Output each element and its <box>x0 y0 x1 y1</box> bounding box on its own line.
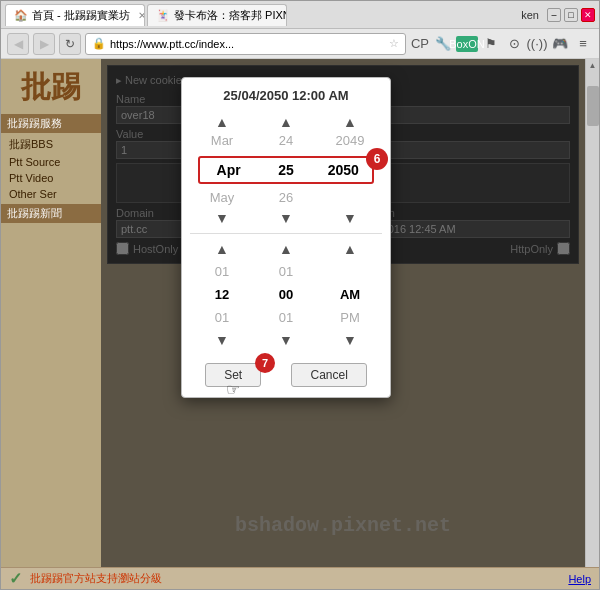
month-next-col: May <box>190 188 254 207</box>
ampm-selected-value: AM <box>340 285 360 304</box>
help-link[interactable]: Help <box>568 573 591 585</box>
address-text: https://www.ptt.cc/index... <box>110 38 234 50</box>
scroll-thumb[interactable] <box>587 86 599 126</box>
lock-icon: 🔒 <box>92 37 106 50</box>
refresh-button[interactable]: ↻ <box>59 33 81 55</box>
sidebar-section-services: 批踢踢服務 <box>1 114 101 133</box>
hour-selected-value: 12 <box>215 285 229 304</box>
sidebar-logo: 批踢 <box>1 63 101 112</box>
step-6-badge: 6 <box>366 148 388 170</box>
date-picker-dialog: 25/04/2050 12:00 AM ▲ Mar ▲ 24 ▲ 2049 <box>181 77 391 398</box>
date-columns: ▲ Mar ▲ 24 ▲ 2049 <box>190 113 382 150</box>
date-down-arrows: ▼ ▼ ▼ <box>190 209 382 227</box>
menu-icon[interactable]: ≡ <box>573 34 593 54</box>
year-next-value <box>318 188 382 192</box>
tab-pixnet[interactable]: 🃏 發卡布洛：痞客邦 PIXNE... ✕ <box>147 4 287 26</box>
day-prev-value: 24 <box>254 131 318 150</box>
ampm-next-value: PM <box>340 308 360 327</box>
time-prev-row: 01 01 <box>190 262 382 281</box>
main-area: 批踢 批踢踢服務 批踢BBS Ptt Source Ptt Video Othe… <box>1 59 599 567</box>
month-up-button[interactable]: ▲ <box>215 113 229 131</box>
set-button-wrapper: Set 7 ☞ <box>205 363 261 387</box>
year-next-col <box>318 188 382 207</box>
month-selected-value: Apr <box>200 158 257 182</box>
nav-icons: CP 🔧 BoxON ⚑ ⊙ ((·)) 🎮 ≡ <box>410 34 593 54</box>
address-bar[interactable]: 🔒 https://www.ptt.cc/index... ☆ <box>85 33 406 55</box>
tab-ptt-favicon: 🏠 <box>14 9 28 22</box>
day-selected-value: 25 <box>257 158 314 182</box>
tab-ptt[interactable]: 🏠 首頁 - 批踢踢實業坊 ✕ <box>5 4 145 26</box>
date-next-row: May 26 <box>190 188 382 207</box>
wifi-icon[interactable]: ((·)) <box>527 34 547 54</box>
month-down-button[interactable]: ▼ <box>215 209 229 227</box>
hour-up-button[interactable]: ▲ <box>215 240 229 258</box>
min-up-col: ▲ <box>254 240 318 258</box>
scroll-up-arrow[interactable]: ▲ <box>587 59 599 72</box>
hour-down-button[interactable]: ▼ <box>215 331 229 349</box>
box-icon[interactable]: BoxON <box>456 36 478 52</box>
content-area: ▸ New cookie Name Value Domain Exp <box>101 59 585 567</box>
min-selected-value: 00 <box>279 285 293 304</box>
date-selected-box: Apr 25 2050 <box>198 156 374 184</box>
day-next-col: 26 <box>254 188 318 207</box>
min-up-button[interactable]: ▲ <box>279 240 293 258</box>
nav-bar: ◀ ▶ ↻ 🔒 https://www.ptt.cc/index... ☆ CP… <box>1 29 599 59</box>
maximize-button[interactable]: □ <box>564 8 578 22</box>
star-icon[interactable]: ☆ <box>389 37 399 50</box>
close-button[interactable]: ✕ <box>581 8 595 22</box>
flag-icon[interactable]: ⚑ <box>481 34 501 54</box>
window-controls: – □ ✕ <box>547 8 595 22</box>
time-up-arrows: ▲ ▲ ▲ <box>190 240 382 258</box>
month-next-value: May <box>190 188 254 207</box>
minimize-button[interactable]: – <box>547 8 561 22</box>
day-next-value: 26 <box>254 188 318 207</box>
status-bar: ✓ 批踢踢官方站支持瀏站分級 Help <box>1 567 599 589</box>
sidebar-item-video[interactable]: Ptt Video <box>1 170 101 186</box>
sidebar-item-other[interactable]: Other Ser <box>1 186 101 202</box>
target-icon[interactable]: ⊙ <box>504 34 524 54</box>
year-up-button[interactable]: ▲ <box>343 113 357 131</box>
back-button[interactable]: ◀ <box>7 33 29 55</box>
ampm-up-col: ▲ <box>318 240 382 258</box>
sidebar-item-source[interactable]: Ptt Source <box>1 154 101 170</box>
ampm-up-button[interactable]: ▲ <box>343 240 357 258</box>
sidebar: 批踢 批踢踢服務 批踢BBS Ptt Source Ptt Video Othe… <box>1 59 101 567</box>
ampm-down-button[interactable]: ▼ <box>343 331 357 349</box>
month-down-col: ▼ <box>190 209 254 227</box>
year-down-button[interactable]: ▼ <box>343 209 357 227</box>
hour-up-col: ▲ <box>190 240 254 258</box>
scrollbar[interactable]: ▲ <box>585 59 599 567</box>
status-check-icon: ✓ <box>9 569 22 588</box>
year-selected-value: 2050 <box>315 158 372 182</box>
time-next-row: 01 01 PM <box>190 308 382 327</box>
min-prev-value: 01 <box>279 262 293 281</box>
year-prev-value: 2049 <box>318 131 382 150</box>
min-down-button[interactable]: ▼ <box>279 331 293 349</box>
day-down-col: ▼ <box>254 209 318 227</box>
year-column: ▲ 2049 <box>318 113 382 150</box>
forward-button[interactable]: ▶ <box>33 33 55 55</box>
time-selected-row: 12 00 AM <box>190 285 382 304</box>
tab-ptt-close[interactable]: ✕ <box>138 10 145 21</box>
title-bar: 🏠 首頁 - 批踢踢實業坊 ✕ 🃏 發卡布洛：痞客邦 PIXNE... ✕ ke… <box>1 1 599 29</box>
day-down-button[interactable]: ▼ <box>279 209 293 227</box>
min-next-value: 01 <box>279 308 293 327</box>
dialog-buttons: Set 7 ☞ Cancel <box>190 359 382 387</box>
browser-window: 🏠 首頁 - 批踢踢實業坊 ✕ 🃏 發卡布洛：痞客邦 PIXNE... ✕ ke… <box>0 0 600 590</box>
tab-pixnet-favicon: 🃏 <box>156 9 170 22</box>
year-down-col: ▼ <box>318 209 382 227</box>
hour-prev-value: 01 <box>215 262 229 281</box>
set-button[interactable]: Set <box>205 363 261 387</box>
extensions-icon[interactable]: CP <box>410 34 430 54</box>
date-picker-header: 25/04/2050 12:00 AM <box>190 88 382 103</box>
sidebar-item-bbs[interactable]: 批踢BBS <box>1 135 101 154</box>
cancel-button[interactable]: Cancel <box>291 363 366 387</box>
user-label: ken <box>521 9 539 21</box>
hour-next-value: 01 <box>215 308 229 327</box>
tab-pixnet-label: 發卡布洛：痞客邦 PIXNE... <box>174 8 287 23</box>
day-up-button[interactable]: ▲ <box>279 113 293 131</box>
month-column: ▲ Mar <box>190 113 254 150</box>
gamepad-icon[interactable]: 🎮 <box>550 34 570 54</box>
month-prev-value: Mar <box>190 131 254 150</box>
tab-ptt-label: 首頁 - 批踢踢實業坊 <box>32 8 130 23</box>
